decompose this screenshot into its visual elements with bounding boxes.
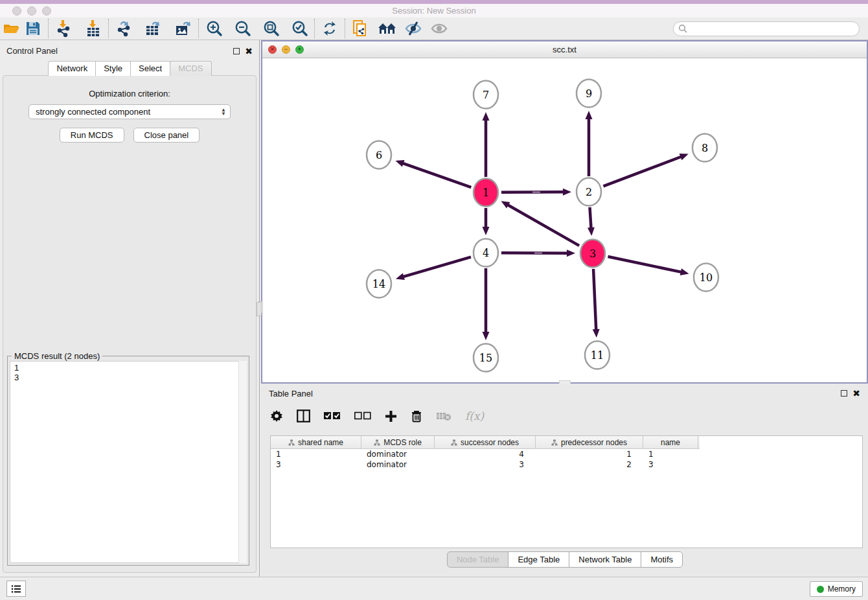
node-label: 11: [591, 349, 604, 362]
node-7[interactable]: 7: [474, 81, 498, 109]
import-network-button[interactable]: [52, 19, 74, 38]
hierarchy-icon: [551, 439, 558, 446]
column-header-successor-nodes[interactable]: successor nodes: [435, 436, 536, 448]
delete-trash-icon[interactable]: [411, 410, 422, 422]
mcds-result-text[interactable]: 1 3: [10, 361, 247, 563]
network-graph[interactable]: 7968124314101511: [262, 58, 867, 382]
node-8[interactable]: 8: [692, 134, 717, 162]
table-cell[interactable]: 1: [643, 449, 698, 459]
refresh-button[interactable]: [319, 19, 341, 38]
export-image-button[interactable]: [172, 19, 194, 38]
memory-button[interactable]: Memory: [810, 581, 863, 597]
criterion-dropdown[interactable]: strongly connected component ▲▼: [29, 104, 231, 119]
node-2[interactable]: 2: [577, 178, 601, 206]
edge-1-4[interactable]: [483, 208, 490, 235]
search-box[interactable]: [673, 21, 860, 36]
column-header-name[interactable]: name: [643, 436, 698, 448]
tab-motifs[interactable]: Motifs: [641, 551, 683, 568]
edge-2-3[interactable]: [588, 207, 595, 236]
table-row[interactable]: 1dominator411: [271, 449, 862, 459]
close-panel-icon[interactable]: ✖: [245, 48, 253, 54]
node-6[interactable]: 6: [367, 141, 391, 169]
table-cell[interactable]: dominator: [361, 449, 435, 459]
float-table-panel-icon[interactable]: [841, 390, 847, 397]
edge-1-2[interactable]: [501, 189, 571, 196]
node-15[interactable]: 15: [474, 344, 498, 372]
export-table-button[interactable]: [143, 19, 165, 38]
edge-1-6[interactable]: [395, 160, 471, 187]
zoom-selected-button[interactable]: [288, 19, 310, 38]
criterion-label: Optimization criterion:: [3, 89, 256, 98]
tab-network-table[interactable]: Network Table: [569, 551, 641, 568]
show-columns-icon[interactable]: [297, 410, 310, 422]
table-cell[interactable]: 4: [435, 449, 536, 459]
table-cell[interactable]: 3: [435, 459, 536, 470]
open-session-button[interactable]: [0, 19, 22, 38]
table-cell[interactable]: dominator: [361, 459, 435, 470]
tab-style[interactable]: Style: [95, 61, 131, 76]
node-label: 8: [702, 142, 708, 154]
edge-2-9[interactable]: [586, 111, 593, 176]
import-table-button[interactable]: [82, 19, 104, 38]
zoom-out-button[interactable]: [231, 19, 253, 38]
tab-network[interactable]: Network: [48, 61, 96, 76]
result-scrollbar[interactable]: [238, 361, 247, 563]
table-row[interactable]: 3dominator323: [271, 459, 862, 470]
float-panel-icon[interactable]: [233, 48, 240, 54]
edge-3-1[interactable]: [501, 201, 579, 246]
node-14[interactable]: 14: [367, 270, 391, 298]
tab-edge-table[interactable]: Edge Table: [508, 551, 569, 568]
table-toolbar: f(x): [261, 403, 868, 429]
edge-1-7[interactable]: [483, 112, 490, 177]
node-9[interactable]: 9: [577, 80, 601, 108]
unselect-all-columns-icon[interactable]: [354, 411, 371, 421]
node-4[interactable]: 4: [474, 239, 498, 267]
tab-mcds[interactable]: MCDS: [170, 61, 211, 76]
clone-network-button[interactable]: [349, 19, 371, 38]
table-cell[interactable]: 3: [271, 459, 361, 470]
edge-4-15[interactable]: [483, 268, 490, 340]
close-table-panel-icon[interactable]: ✖: [852, 390, 860, 397]
save-session-button[interactable]: [22, 19, 44, 38]
column-header-MCDS-role[interactable]: MCDS role: [361, 436, 435, 448]
search-input[interactable]: [690, 24, 859, 33]
select-all-columns-icon[interactable]: [324, 411, 341, 421]
export-network-button[interactable]: [113, 19, 135, 38]
table-cell[interactable]: 2: [536, 459, 643, 470]
tab-node-table[interactable]: Node Table: [447, 551, 509, 568]
save-disk-icon: [25, 21, 41, 36]
node-11[interactable]: 11: [585, 341, 610, 369]
column-header-shared-name[interactable]: shared name: [271, 436, 361, 448]
edge-4-3[interactable]: [501, 249, 575, 257]
table-cell[interactable]: 1: [536, 449, 643, 459]
edge-3-10[interactable]: [608, 257, 689, 275]
create-column-plus-icon[interactable]: [385, 410, 397, 422]
zoom-fit-button[interactable]: [260, 19, 282, 38]
network-window-titlebar[interactable]: ✕ − + scc.txt: [262, 41, 867, 58]
table-settings-gear-icon[interactable]: [270, 410, 283, 422]
network-canvas[interactable]: 7968124314101511: [262, 58, 867, 382]
edge-2-8[interactable]: [603, 154, 688, 186]
list-icon: [11, 584, 21, 594]
edge-4-14[interactable]: [396, 257, 471, 280]
hide-selected-button[interactable]: [402, 19, 424, 38]
zoom-in-button[interactable]: [203, 19, 225, 38]
table-cell[interactable]: 1: [271, 449, 361, 459]
first-neighbors-button[interactable]: [376, 19, 398, 38]
task-history-button[interactable]: [6, 581, 26, 597]
hierarchy-icon: [374, 439, 380, 446]
node-10[interactable]: 10: [694, 264, 718, 292]
node-3[interactable]: 3: [580, 240, 605, 268]
panel-divider-handle[interactable]: [257, 302, 262, 316]
memory-label: Memory: [828, 584, 856, 594]
run-mcds-button[interactable]: Run MCDS: [60, 128, 124, 143]
column-header-predecessor-nodes[interactable]: predecessor nodes: [536, 436, 643, 448]
edge-3-11[interactable]: [593, 269, 600, 338]
mcds-result-group: MCDS result (2 nodes) 1 3: [7, 356, 249, 566]
node-label: 3: [589, 248, 596, 260]
close-panel-button[interactable]: Close panel: [133, 128, 200, 143]
table-cell[interactable]: 3: [643, 459, 698, 470]
node-1[interactable]: 1: [474, 179, 498, 207]
show-all-button[interactable]: [428, 19, 450, 38]
tab-select[interactable]: Select: [130, 61, 170, 76]
